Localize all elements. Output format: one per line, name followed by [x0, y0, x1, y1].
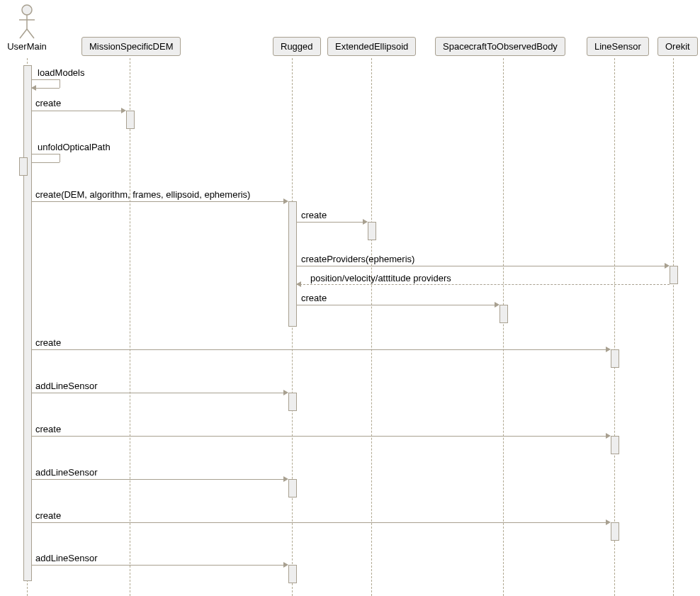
lifeline-spacecraft-to-observed-body	[503, 58, 504, 596]
activation-rugged-add2	[288, 479, 297, 497]
lifeline-extended-ellipsoid	[371, 58, 372, 596]
msg-unfold-optical-path: unfoldOpticalPath	[38, 142, 111, 152]
participant-mission-specific-dem: MissionSpecificDEM	[81, 37, 181, 56]
msg-create-rugged: create(DEM, algorithm, frames, ellipsoid…	[35, 189, 250, 200]
msg-create-ls2: create	[35, 424, 61, 434]
participant-rugged: Rugged	[273, 37, 321, 56]
usermain-actor-icon	[16, 4, 38, 40]
msg-add-ls1: addLineSensor	[35, 381, 97, 391]
msg-add-ls3: addLineSensor	[35, 553, 97, 563]
activation-rugged-create	[288, 201, 297, 327]
msg-add-ls2: addLineSensor	[35, 467, 97, 478]
lifeline-mission-specific-dem	[130, 58, 130, 596]
lifeline-orekit	[673, 58, 674, 596]
activation-mission-specific-dem	[126, 111, 135, 129]
participant-orekit: Orekit	[657, 37, 698, 56]
msg-create-ee: create	[301, 210, 327, 220]
activation-extended-ellipsoid	[368, 222, 376, 240]
svg-line-4	[27, 29, 34, 38]
activation-usermain-nested	[19, 157, 28, 176]
lifeline-line-sensor	[614, 58, 615, 596]
participant-spacecraft-to-observed-body: SpacecraftToObservedBody	[435, 37, 565, 56]
msg-create-dem: create	[35, 98, 61, 108]
activation-orekit	[670, 266, 678, 284]
activation-usermain-main	[23, 65, 32, 581]
msg-create-providers: createProviders(ephemeris)	[301, 254, 414, 264]
svg-line-3	[20, 29, 27, 38]
msg-create-stob: create	[301, 293, 327, 303]
msg-load-models: loadModels	[38, 67, 85, 78]
svg-point-0	[22, 5, 32, 15]
activation-line-sensor-3	[611, 522, 619, 541]
activation-spacecraft-to-observed-body	[499, 305, 508, 323]
usermain-label: UserMain	[6, 41, 48, 52]
participant-extended-ellipsoid: ExtendedEllipsoid	[327, 37, 416, 56]
activation-rugged-add3	[288, 565, 297, 583]
msg-create-ls3: create	[35, 510, 61, 521]
lifeline-rugged	[292, 58, 293, 596]
activation-rugged-add1	[288, 393, 297, 411]
msg-providers-return: position/velocity/atttitude providers	[310, 273, 451, 283]
activation-line-sensor-1	[611, 349, 619, 368]
activation-line-sensor-2	[611, 436, 619, 454]
msg-create-ls1: create	[35, 337, 61, 348]
participant-line-sensor: LineSensor	[587, 37, 649, 56]
